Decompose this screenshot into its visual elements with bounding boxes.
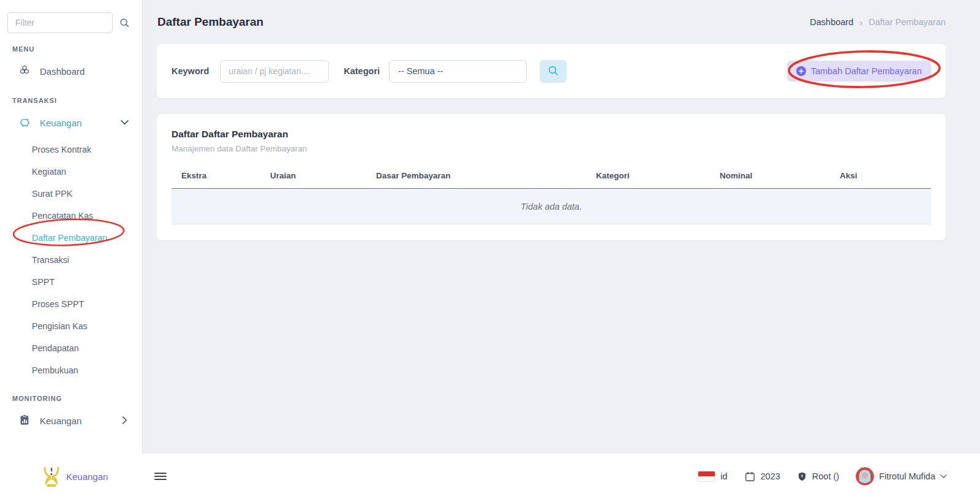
column-kategori: Kategori [586,166,710,188]
submenu-kegiatan[interactable]: Kegiatan [0,161,142,183]
calendar-icon [744,471,756,482]
breadcrumb-current: Daftar Pembayaran [869,17,946,27]
sidebar-section-menu: MENU [12,45,142,53]
unsika-logo-icon [42,465,61,487]
search-icon [547,64,559,78]
kategori-selected-value: -- Semua -- [398,66,443,76]
brand[interactable]: Keuangan [0,465,142,487]
chevron-right-icon [121,416,129,426]
hamburger-menu-icon[interactable] [153,469,168,484]
column-aksi: Aksi [830,166,931,188]
sidebar-item-keuangan[interactable]: Keuangan [0,109,142,136]
page-title: Daftar Pembayaran [157,15,263,29]
keuangan-submenu: Proses Kontrak Kegiatan Surat PPK Pencat… [0,136,142,383]
submenu-transaksi[interactable]: Transaksi [0,249,142,271]
user-menu[interactable]: Fitrotul Mufida [856,467,947,486]
year-selector[interactable]: 2023 [744,471,780,482]
table-subtitle: Manajemen data Daftar Pembayaran [172,144,931,153]
language-selector[interactable]: id [698,471,727,482]
menu-filter-input[interactable] [7,12,113,33]
breadcrumb-dashboard[interactable]: Dashboard [810,17,853,27]
boxes-icon [18,64,31,79]
column-nominal: Nominal [710,166,830,188]
sidebar-item-monitoring-keuangan[interactable]: Keuangan [0,407,142,434]
avatar [856,467,874,486]
plus-circle-icon [796,66,806,76]
column-ekstra: Ekstra [172,166,260,188]
kategori-label: Kategori [344,66,380,76]
submenu-surat-ppk[interactable]: Surat PPK [0,183,142,205]
sidebar: MENU Dashboard TRANSAKSI Keuangan [0,0,142,454]
empty-state-row: Tidak ada data. [172,189,931,224]
breadcrumb-separator-icon: › [859,17,862,28]
sidebar-item-partially-hidden [18,444,142,446]
submenu-proses-kontrak[interactable]: Proses Kontrak [0,139,142,161]
submenu-pembukuan[interactable]: Pembukuan [0,359,142,381]
sidebar-item-dashboard[interactable]: Dashboard [0,58,142,85]
sidebar-item-label: Dashboard [40,66,85,77]
indonesia-flag-icon [698,471,715,482]
bottom-bar: Keuangan id 2023 Root () [0,454,980,499]
breadcrumb: Dashboard › Daftar Pembayaran [810,17,946,28]
submenu-proses-sppt[interactable]: Proses SPPT [0,293,142,315]
submenu-pendapatan[interactable]: Pendapatan [0,337,142,359]
table-card: Daftar Daftar Pembayaran Manajemen data … [157,114,946,240]
year-value: 2023 [761,471,780,481]
submenu-pengisian-kas[interactable]: Pengisian Kas [0,315,142,337]
role-indicator[interactable]: Root () [797,471,839,482]
search-button[interactable] [540,60,567,83]
bottom-bar-right: id 2023 Root () [698,467,947,486]
column-uraian: Uraian [260,166,366,188]
search-icon[interactable] [119,17,130,28]
add-daftar-pembayaran-button[interactable]: Tambah Daftar Pembayaran [787,61,931,82]
sidebar-filter-row [0,0,142,33]
page-header: Daftar Pembayaran Dashboard › Daftar Pem… [142,0,980,44]
shield-icon [797,471,807,482]
app-window: MENU Dashboard TRANSAKSI Keuangan [0,0,980,454]
user-name: Fitrotul Mufida [879,471,935,481]
sidebar-item-label: Keuangan [40,118,81,128]
brand-name: Keuangan [66,471,108,482]
chevron-down-icon [121,118,129,128]
add-button-label: Tambah Daftar Pembayaran [811,66,922,76]
sidebar-item-label: Keuangan [40,416,81,426]
submenu-sppt[interactable]: SPPT [0,271,142,293]
main-content: Daftar Pembayaran Dashboard › Daftar Pem… [142,0,980,454]
submenu-daftar-pembayaran[interactable]: Daftar Pembayaran [0,227,142,249]
language-code: id [720,471,727,481]
sidebar-section-monitoring: MONITORING [12,395,142,402]
submenu-pencatatan-kas[interactable]: Pencatatan Kas [0,205,142,227]
column-dasar-pembayaran: Dasar Pembayaran [366,166,586,188]
kategori-select[interactable]: -- Semua -- [389,60,527,83]
sidebar-section-transaksi: TRANSAKSI [12,97,142,104]
piggy-bank-icon [18,115,31,131]
keyword-label: Keyword [172,66,209,76]
filter-card: Keyword Kategori -- Semua -- [157,44,946,98]
keyword-input[interactable] [220,60,329,83]
table-header-row: Ekstra Uraian Dasar Pembayaran Kategori … [172,166,931,189]
chevron-down-icon [940,474,947,479]
clipboard-chart-icon [18,413,31,429]
table-title: Daftar Daftar Pembayaran [172,129,931,140]
empty-state-text: Tidak ada data. [521,202,582,211]
role-label: Root () [812,471,839,481]
